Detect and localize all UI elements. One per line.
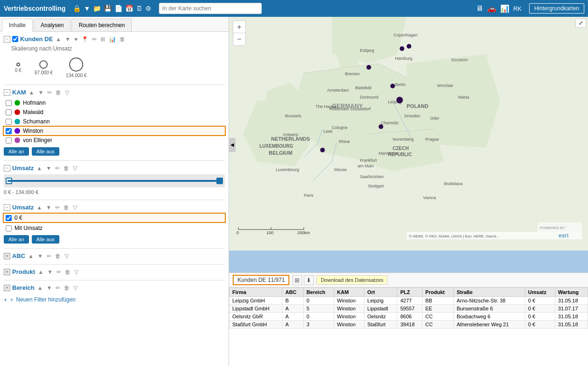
col-plz: PLZ	[397, 288, 422, 297]
kam-pencil-icon[interactable]: ✏	[46, 89, 53, 96]
table-row[interactable]: Staßfurt GmbHA3WinstonStaßfurt39418CCAth…	[229, 321, 588, 329]
bereich-filter-icon[interactable]: ▽	[72, 285, 79, 291]
abc-trash-icon[interactable]: 🗑	[54, 253, 62, 259]
svg-point-49	[320, 148, 325, 152]
umsatz2-pencil-icon[interactable]: ✏	[54, 204, 61, 211]
file-icon[interactable]: 📄	[115, 5, 122, 12]
umsatz2-checkbox[interactable]	[6, 215, 12, 221]
tab-routen[interactable]: Routen berechnen	[72, 19, 132, 31]
data-table[interactable]: Firma ABC Bereich KAM Ort PLZ Produkt St…	[229, 287, 588, 366]
gear-icon[interactable]: ⚙	[145, 5, 151, 12]
save-icon[interactable]: 💾	[104, 5, 112, 12]
produkt-up-icon[interactable]: ▲	[37, 269, 44, 275]
zoom-in-button[interactable]: +	[233, 21, 245, 33]
table-download-icon[interactable]: ⬇	[304, 275, 314, 285]
tab-inhalte[interactable]: Inhalte	[2, 19, 33, 32]
produkt-filter-icon[interactable]: ▽	[73, 269, 79, 275]
umsatz1-collapse[interactable]: −	[4, 165, 10, 172]
chart-icon[interactable]: 📊	[500, 4, 509, 13]
map-area[interactable]: NETHERLANDS BELGIUM GERMANY POLAND CZECH…	[229, 17, 588, 273]
umsatz2-up-icon[interactable]: ▲	[36, 204, 43, 211]
table-cell: Boxbachweg 6	[453, 313, 525, 321]
bereich-trash-icon[interactable]: 🗑	[63, 285, 71, 291]
calendar2-icon[interactable]: 🗓	[136, 5, 143, 12]
kam-alle-button[interactable]: Alle an	[4, 147, 29, 156]
kam-label-von ellinger: von Ellinger	[23, 137, 52, 144]
bereich-down-icon[interactable]: ▼	[46, 285, 53, 291]
kam-filter-icon[interactable]: ▽	[64, 89, 70, 96]
abc-down-icon[interactable]: ▼	[36, 253, 44, 259]
umsatz2-filter-icon[interactable]: ▽	[72, 204, 78, 211]
kam-checkbox-hofmann[interactable]	[6, 100, 12, 106]
kunden-de-checkbox[interactable]	[12, 36, 18, 42]
svg-text:Luxembourg: Luxembourg	[276, 167, 299, 172]
umsatz1-trash-icon[interactable]: 🗑	[63, 165, 70, 172]
add-filter[interactable]: + ＋ Neuen Filter hinzufügen	[4, 296, 225, 304]
kam-checkbox-schumann[interactable]	[6, 119, 12, 125]
umsatz2-collapse[interactable]: −	[4, 204, 10, 211]
table-row[interactable]: Oelsnitz GbRA0WinstonOelsnitz8606CCBoxba…	[229, 313, 588, 321]
range-slider[interactable]	[4, 174, 225, 187]
svg-text:Bielefeld: Bielefeld	[355, 86, 372, 90]
table-cell: BB	[422, 297, 453, 305]
dropdown-icon[interactable]: ▼	[84, 5, 90, 12]
kunden-de-collapse[interactable]: −	[4, 36, 10, 43]
hintergrund-button[interactable]: Hintergrundkarten	[529, 3, 584, 14]
pencil-icon[interactable]: ✏	[91, 36, 98, 43]
kam-color-schumann	[14, 119, 20, 124]
abc-pencil-icon[interactable]: ✏	[46, 253, 52, 259]
chart2-icon[interactable]: 📊	[108, 36, 117, 43]
umsatz1-filter-icon[interactable]: ▽	[72, 165, 78, 172]
table-icon[interactable]: ⊞	[100, 36, 106, 43]
down-icon[interactable]: ▼	[64, 36, 72, 43]
umsatz2-down-icon[interactable]: ▼	[45, 204, 52, 211]
table-grid-icon[interactable]: ⊞	[292, 275, 302, 285]
monitor-icon[interactable]: 🖥	[476, 4, 483, 13]
umsatz2-checkbox[interactable]	[6, 225, 12, 231]
panel-collapse-arrow[interactable]: ◀	[229, 138, 236, 152]
produkt-pencil-icon[interactable]: ✏	[56, 269, 62, 275]
kam-trash-icon[interactable]: 🗑	[55, 89, 62, 96]
expand-icon[interactable]: ⤢	[575, 19, 586, 28]
trash-icon[interactable]: 🗑	[119, 36, 126, 43]
umsatz2-alle-button[interactable]: Alle an	[4, 235, 29, 244]
abc-header: + ABC ▲ ▼ ✏ 🗑 ▽	[4, 252, 225, 259]
produkt-collapse[interactable]: +	[4, 269, 10, 275]
umsatz2-trash-icon[interactable]: 🗑	[63, 204, 70, 211]
kam-item-hofmann: Hofmann	[4, 99, 225, 107]
umsatz1-up-icon[interactable]: ▲	[36, 165, 43, 172]
range-handle-right[interactable]	[216, 178, 223, 184]
table-row[interactable]: Lippstadt GmbHA5WinstonLippstadt59557EEB…	[229, 305, 588, 313]
kam-down-icon[interactable]: ▼	[37, 89, 45, 96]
abc-up-icon[interactable]: ▲	[27, 253, 35, 259]
abc-collapse[interactable]: +	[4, 253, 10, 259]
pin-icon[interactable]: 📍	[80, 36, 89, 43]
heart-icon[interactable]: ♥	[73, 36, 79, 43]
up-icon[interactable]: ▲	[55, 36, 62, 43]
folder-icon[interactable]: 📁	[93, 5, 101, 12]
search-input[interactable]	[159, 3, 262, 14]
svg-text:BELGIUM: BELGIUM	[269, 150, 293, 156]
zoom-out-button[interactable]: −	[233, 33, 245, 45]
bereich-collapse[interactable]: +	[4, 285, 10, 291]
kam-checkbox-maiwald[interactable]	[6, 109, 12, 115]
bereich-pencil-icon[interactable]: ✏	[55, 285, 61, 291]
kam-aus-button[interactable]: Alle aus	[32, 147, 59, 156]
produkt-trash-icon[interactable]: 🗑	[64, 269, 72, 275]
table-title: Kunden DE 11/971	[233, 275, 289, 285]
abc-filter-icon[interactable]: ▽	[64, 253, 70, 259]
kam-collapse[interactable]: −	[4, 89, 10, 96]
kam-checkbox-winston[interactable]	[6, 128, 12, 134]
bereich-up-icon[interactable]: ▲	[36, 285, 44, 291]
tab-analysen[interactable]: Analysen	[34, 19, 71, 31]
calendar-icon[interactable]: 📅	[125, 5, 133, 12]
kam-up-icon[interactable]: ▲	[28, 89, 36, 96]
umsatz1-pencil-icon[interactable]: ✏	[54, 165, 61, 172]
kam-checkbox-von ellinger[interactable]	[6, 137, 12, 144]
table-cell: A	[282, 321, 303, 329]
produkt-down-icon[interactable]: ▼	[46, 269, 54, 275]
car-icon[interactable]: 🚗	[487, 4, 496, 13]
umsatz1-down-icon[interactable]: ▼	[45, 165, 52, 172]
table-row[interactable]: Leipzig GmbHB0WinstonLeipzig4277BBArno-N…	[229, 297, 588, 305]
umsatz2-aus-button[interactable]: Alle aus	[32, 235, 59, 244]
